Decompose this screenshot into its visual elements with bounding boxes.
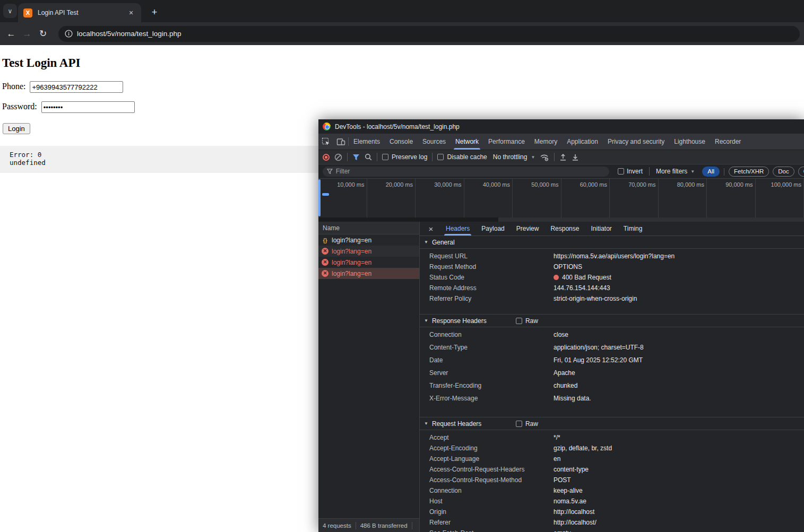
invert-checkbox[interactable] [618, 168, 624, 175]
devtools-tab[interactable]: Recorder [710, 134, 746, 150]
request-details-panel: × Headers Payload Preview [419, 222, 804, 532]
devtools-tab[interactable]: Network [451, 134, 483, 150]
request-type-pill[interactable]: All [702, 167, 720, 177]
header-row: Sec-Fetch-Dest empty [420, 528, 804, 532]
request-row[interactable]: {} ✕ login?lang=en [318, 257, 419, 268]
header-value: close [554, 328, 568, 341]
timeline-tick-label: 20,000 ms [386, 181, 413, 188]
header-value: Missing data. [554, 392, 591, 405]
more-filters-button[interactable]: More filters ▼ [656, 168, 695, 175]
header-value: noma.5v.ae [554, 496, 586, 507]
request-headers-section-header[interactable]: ▼ Request Headers Raw [420, 417, 804, 430]
details-tab[interactable]: Payload [476, 222, 510, 236]
timeline-scrollbar[interactable] [318, 217, 804, 222]
header-value: chunked [554, 379, 577, 392]
reload-icon[interactable]: ↻ [35, 28, 51, 39]
header-row: Host noma.5v.ae [420, 496, 804, 507]
response-headers-section-header[interactable]: ▼ Response Headers Raw [420, 315, 804, 327]
site-info-icon[interactable] [65, 30, 73, 38]
devtools-tab[interactable]: Lighthouse [669, 134, 710, 150]
request-row[interactable]: {} ✕ login?lang=en [318, 246, 419, 257]
details-tab[interactable]: Preview [511, 222, 545, 236]
request-type-pill[interactable]: Doc [773, 167, 794, 177]
devtools-titlebar[interactable]: DevTools - localhost/5v/noma/test_login.… [318, 119, 804, 134]
tab-close-icon[interactable]: × [126, 8, 136, 18]
transferred-size: 486 B transferred [360, 522, 408, 529]
general-section-header[interactable]: ▼ General [420, 236, 804, 249]
clear-icon[interactable] [334, 153, 342, 161]
phone-label: Phone: [2, 82, 25, 91]
header-key: Connection [420, 328, 554, 341]
tab-search-button[interactable]: ∨ [3, 4, 17, 18]
details-tab[interactable]: Response [544, 222, 585, 236]
header-value: empty [554, 528, 571, 532]
import-har-icon[interactable] [559, 153, 567, 161]
devtools-tab[interactable]: Console [385, 134, 418, 150]
header-row: Accept */* [420, 432, 804, 443]
details-tab[interactable]: Headers [440, 222, 476, 236]
devtools-tab[interactable]: Memory [530, 134, 562, 150]
login-button[interactable]: Login [3, 123, 30, 134]
filter-icon[interactable] [352, 154, 360, 161]
timeline-tick-label: 60,000 ms [580, 181, 607, 188]
forward-icon[interactable]: → [19, 29, 35, 39]
header-value: strict-origin-when-cross-origin [554, 293, 637, 304]
invert-label: Invert [627, 168, 643, 175]
preserve-log-checkbox[interactable] [382, 154, 388, 160]
funnel-icon [327, 169, 333, 174]
record-icon[interactable] [323, 154, 330, 161]
request-type-filters: All Fetch/XHR Doc CSS JS [702, 167, 804, 177]
header-value: Apache [554, 367, 575, 379]
throttling-select[interactable]: No throttling ▼ [493, 153, 535, 161]
header-row: Transfer-Encoding chunked [420, 379, 804, 392]
devtools-title: DevTools - localhost/5v/noma/test_login.… [335, 123, 460, 130]
triangle-down-icon: ▼ [424, 318, 428, 323]
request-type-pill[interactable]: CSS [798, 167, 804, 177]
header-value: 144.76.154.144:443 [554, 283, 610, 293]
devtools-tab[interactable]: Privacy and security [603, 134, 669, 150]
request-name: login?lang=en [332, 259, 371, 266]
request-row[interactable]: {} ✕ login?lang=en [318, 268, 419, 279]
back-icon[interactable]: ← [3, 29, 19, 39]
chevron-down-icon: ∨ [8, 7, 13, 15]
browser-tab[interactable]: X Login API Test × [18, 3, 141, 22]
export-har-icon[interactable] [572, 153, 579, 161]
raw-checkbox[interactable] [516, 421, 522, 427]
devtools-tab[interactable]: Application [562, 134, 603, 150]
devtools-tab[interactable]: Performance [483, 134, 530, 150]
filter-input[interactable] [336, 168, 605, 175]
timeline-tick-label: 90,000 ms [725, 181, 753, 188]
url-bar[interactable]: localhost/5v/noma/test_login.php [58, 26, 800, 42]
devtools-tab-label: Console [390, 138, 413, 145]
disable-cache-checkbox[interactable] [437, 154, 444, 160]
details-tab[interactable]: Initiator [585, 222, 617, 236]
inspect-element-icon[interactable] [318, 134, 333, 150]
raw-checkbox[interactable] [516, 318, 522, 324]
name-column-header[interactable]: Name [318, 222, 419, 234]
device-toolbar-icon[interactable] [333, 134, 348, 150]
devtools-tab[interactable]: Sources [418, 134, 451, 150]
header-key: Access-Control-Request-Headers [420, 464, 554, 475]
details-tab[interactable]: Timing [618, 222, 649, 236]
network-conditions-icon[interactable] [540, 153, 549, 161]
json-braces-icon: {} [322, 237, 328, 243]
header-value: keep-alive [554, 485, 583, 496]
devtools-tab[interactable]: Elements [349, 134, 385, 150]
header-row: Accept-Encoding gzip, deflate, br, zstd [420, 443, 804, 453]
network-overview-timeline[interactable]: 10,000 ms 20,000 ms 30,000 ms 40,000 ms … [318, 179, 804, 222]
header-key: X-Error-Message [420, 392, 554, 405]
timeline-tick-label: 10,000 ms [337, 181, 364, 188]
search-icon[interactable] [365, 153, 372, 161]
close-details-icon[interactable]: × [425, 224, 437, 233]
general-section: ▼ General Request URL https://noma.5v.ae… [420, 236, 804, 309]
header-key: Referer [420, 517, 554, 528]
header-row: Connection close [420, 328, 804, 341]
request-row[interactable]: {} ✕ login?lang=en [318, 234, 419, 246]
filter-input-box[interactable] [323, 167, 609, 177]
new-tab-button[interactable]: + [148, 5, 161, 19]
request-type-pill[interactable]: Fetch/XHR [729, 167, 769, 177]
request-list: {} ✕ login?lang=en {} ✕ login?lang=en {}… [318, 234, 419, 279]
header-value: content-type [554, 464, 589, 475]
phone-input[interactable] [30, 81, 123, 93]
password-input[interactable] [41, 101, 135, 113]
